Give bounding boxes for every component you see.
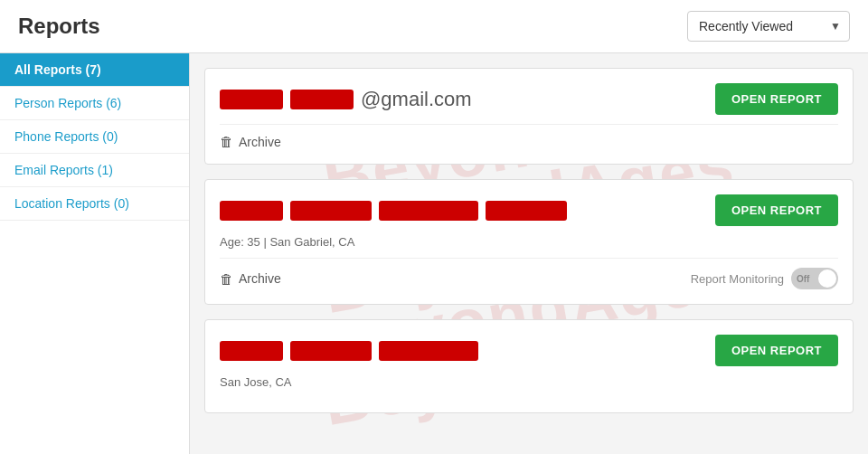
report-1-info: @gmail.com — [220, 88, 472, 111]
trash-icon-1: 🗑 — [220, 134, 233, 149]
redacted-block-3a — [220, 341, 283, 361]
monitoring-control-2: Report Monitoring Off — [691, 268, 838, 289]
toggle-off-label: Off — [797, 274, 809, 284]
report-card-2: OPEN REPORT Age: 35 | San Gabriel, CA 🗑 … — [204, 179, 854, 305]
report-3-sub-info: San Jose, CA — [220, 375, 838, 389]
open-report-btn-2[interactable]: OPEN REPORT — [715, 194, 838, 226]
redacted-block-2b — [290, 201, 372, 221]
report-card-1: @gmail.com OPEN REPORT 🗑 Archive — [204, 68, 854, 165]
open-report-btn-1[interactable]: OPEN REPORT — [715, 83, 838, 115]
monitoring-toggle-2[interactable]: Off — [791, 268, 838, 289]
redacted-block-3c — [379, 341, 478, 361]
redacted-block-2d — [486, 201, 567, 221]
report-card-2-header: OPEN REPORT — [220, 194, 838, 226]
report-card-3: OPEN REPORT San Jose, CA — [204, 319, 854, 413]
report-card-1-footer: 🗑 Archive — [220, 124, 838, 149]
trash-icon-2: 🗑 — [220, 271, 233, 287]
sidebar-item-person-reports[interactable]: Person Reports (6) — [0, 87, 189, 120]
report-1-email: @gmail.com — [361, 88, 472, 111]
redacted-block-1a — [220, 90, 283, 109]
redacted-block-3b — [290, 341, 372, 361]
sidebar-item-email-reports[interactable]: Email Reports (1) — [0, 154, 189, 187]
report-card-2-footer: 🗑 Archive Report Monitoring Off — [220, 258, 838, 289]
report-2-sub-info: Age: 35 | San Gabriel, CA — [220, 235, 838, 249]
report-card-3-header: OPEN REPORT — [220, 335, 838, 366]
main-layout: All Reports (7) Person Reports (6) Phone… — [0, 53, 868, 454]
report-3-info — [220, 341, 478, 361]
dropdown-container: Recently ViewedAll ReportsArchived ▼ — [687, 11, 850, 42]
archive-btn-1[interactable]: 🗑 Archive — [220, 134, 281, 149]
recently-viewed-dropdown[interactable]: Recently ViewedAll ReportsArchived — [687, 11, 850, 42]
redacted-block-2c — [379, 201, 478, 221]
sidebar: All Reports (7) Person Reports (6) Phone… — [0, 53, 190, 454]
sidebar-item-phone-reports[interactable]: Phone Reports (0) — [0, 120, 189, 154]
redacted-block-2a — [220, 201, 283, 221]
report-2-info — [220, 201, 567, 221]
report-card-1-header: @gmail.com OPEN REPORT — [220, 83, 838, 115]
sidebar-item-all-reports[interactable]: All Reports (7) — [0, 53, 189, 87]
page-header: Reports Recently ViewedAll ReportsArchiv… — [0, 0, 868, 53]
page-title: Reports — [18, 14, 100, 39]
monitoring-label: Report Monitoring — [691, 272, 784, 286]
content-area: BeyondAges BeyondAges BeyondAges BeyondA… — [190, 53, 868, 454]
redacted-block-1b — [290, 90, 354, 109]
toggle-knob-2 — [818, 270, 836, 288]
archive-btn-2[interactable]: 🗑 Archive — [220, 271, 281, 287]
open-report-btn-3[interactable]: OPEN REPORT — [715, 335, 838, 366]
sidebar-item-location-reports[interactable]: Location Reports (0) — [0, 187, 189, 221]
